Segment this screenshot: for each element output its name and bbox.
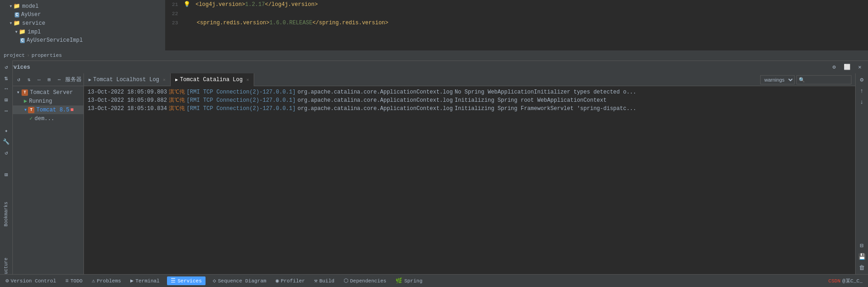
right-icon-settings[interactable]: ⚙ [857,75,867,84]
log-search-input[interactable] [796,75,851,84]
tree-item-service[interactable]: ▾ 📁 service [4,19,161,28]
log-time-1: 13-Oct-2022 18:05:09.803 [88,88,167,96]
package-icon-service: 📁 [13,20,20,27]
tomcat-server-icon: T [22,89,28,96]
sidebar-expand-icon[interactable]: ↔ [35,76,43,84]
settings-icon-btn[interactable]: ⚙ [829,63,839,72]
sidebar-more-icon[interactable]: ⋯ [55,76,63,84]
status-terminal[interactable]: ▶ Terminal [128,276,161,285]
services-label: Services [178,278,202,284]
right-icon-scroll-bottom[interactable]: ↓ [857,97,867,106]
status-spring[interactable]: 🌿 Spring [394,276,424,285]
log-level-2: 淇℃伅 [169,96,185,105]
tab-close-localhost[interactable]: ✕ [163,77,166,83]
grid-icon[interactable]: ⊞ [2,171,11,180]
tab-close-catalina[interactable]: ✕ [246,77,249,83]
tab-icon-catalina: ▶ [175,77,178,83]
log-line-1: 13-Oct-2022 18:05:09.803 淇℃伅 [RMI TCP Co… [88,88,851,96]
line-num-21: 21 [165,0,184,9]
breadcrumb-project[interactable]: project [4,53,25,58]
server-label: 服务器 [65,76,82,83]
tree-item-model[interactable]: ▾ 📁 model [4,2,161,11]
status-services[interactable]: ☰ Services [167,276,206,285]
log-line-2: 13-Oct-2022 18:05:09.882 淇℃伅 [RMI TCP Co… [88,96,851,105]
wrench-icon[interactable]: 🔧 [2,138,11,147]
spring-icon: 🌿 [395,277,402,284]
sidebar-refresh-icon[interactable]: ↺ [15,76,23,84]
services-icon: ☰ [171,277,176,284]
terminal-icon: ▶ [130,277,134,284]
log-thread-1: [RMI TCP Connection(2)-127.0.0.1] [187,88,296,96]
layout-icon[interactable]: ⊞ [2,95,11,105]
arrow-icon-tomcat85: ▾ [24,106,27,113]
tree-item-impl[interactable]: ▾ 📁 impl [4,28,161,36]
expand-icon-btn[interactable]: ⬜ [842,63,851,72]
dependencies-label: Dependencies [350,278,386,284]
right-icon-scroll-top[interactable]: ↑ [857,86,867,95]
tomcat85-icon: T [28,107,34,113]
right-icon-wrap[interactable]: ⊟ [857,241,867,250]
tab-catalina-log[interactable]: ▶ Tomcat Catalina Log ✕ [171,73,254,86]
tree-label-service: service [22,20,45,27]
refresh-action-icon[interactable]: ↺ [2,62,11,72]
server-item-tomcat-server[interactable]: ▾ T Tomcat Server [13,88,83,97]
close-icon-btn[interactable]: ✕ [855,63,864,72]
profiler-icon: ◉ [276,277,279,284]
debug-icon[interactable]: ↺ [2,149,11,158]
tab-label-localhost: Tomcat Localhost Log [93,77,159,83]
services-main: ↺ ⇅ ↔ ⊞ ⋯ 服务器 ▾ T Tomcat Server ▶ Runnin… [13,73,868,274]
build-icon: ⚒ [314,277,317,284]
log-tabs: ▶ Tomcat Localhost Log ✕ ▶ Tomcat Catali… [84,73,855,86]
more-icon[interactable]: ⋯ [2,106,11,116]
bookmarks-label[interactable]: Bookmarks [4,202,9,226]
line-num-22: 22 [165,9,184,18]
build-label: Build [319,278,334,284]
services-sidebar: ↺ ⇅ ↔ ⊞ ⋯ 服务器 ▾ T Tomcat Server ▶ Runnin… [13,73,84,274]
log-time-3: 13-Oct-2022 18:05:10.834 [88,105,167,113]
plus-icon[interactable]: ✦ [2,127,11,136]
server-item-deploy[interactable]: ✓ dem... [13,114,83,123]
status-build[interactable]: ⚒ Build [312,276,336,285]
code-line-23: 23 <spring.redis.version>1.6.0.RELEASE</… [165,18,868,28]
expand-icon[interactable]: ↔ [2,84,11,94]
status-sequence-diagram[interactable]: ◇ Sequence Diagram [211,276,268,285]
log-time-2: 13-Oct-2022 18:05:09.882 [88,96,167,105]
status-problems[interactable]: ⚠ Problems [90,276,123,285]
services-header: Services ⚙ ⬜ ✕ [0,61,868,73]
right-icon-save[interactable]: 💾 [857,252,867,261]
tree-item-ayuser[interactable]: C AyUser [4,11,161,19]
status-todo[interactable]: ≡ TODO [63,277,84,285]
breadcrumb: project › properties [0,50,868,61]
log-class-2: org.apache.catalina.core.ApplicationCont… [297,96,452,105]
status-dependencies[interactable]: ⬡ Dependencies [342,276,388,285]
log-thread-3: [RMI TCP Connection(2)-127.0.0.1] [187,105,296,113]
log-msg-1: No Spring WebApplicationInitializer type… [455,88,636,96]
breadcrumb-properties[interactable]: properties [32,53,62,58]
class-icon-impl: C [20,38,25,43]
package-icon: 📁 [13,3,20,10]
line-content-21: 💡 <log4j.version>1.2.17</log4j.version> [184,0,318,9]
code-area: 21 💡 <log4j.version>1.2.17</log4j.versio… [165,0,868,50]
sidebar-layout-icon[interactable]: ⊞ [45,76,53,84]
right-icon-clear[interactable]: 🗑 [857,263,867,272]
server-item-tomcat85[interactable]: ▾ T Tomcat 8.5 ■ [13,105,83,114]
terminal-label: Terminal [135,278,160,284]
package-icon-impl: 📁 [19,28,26,35]
status-profiler[interactable]: ◉ Profiler [274,276,307,285]
top-area: ▾ 📁 model C AyUser ▾ 📁 service ▾ 📁 impl … [0,0,868,50]
problems-icon: ⚠ [92,277,95,284]
server-item-running[interactable]: ▶ Running [13,97,83,105]
tab-localhost-log[interactable]: ▶ Tomcat Localhost Log ✕ [84,73,171,86]
log-right-toolbar: ⚙ ↑ ↓ ⊟ 💾 🗑 [855,73,868,274]
csdn-logo: CSDN [829,278,840,284]
tree-label-model: model [22,3,39,10]
filter-select[interactable]: warnings info debug errors [760,75,795,84]
code-lines: 21 💡 <log4j.version>1.2.17</log4j.versio… [165,0,868,28]
code-line-21: 21 💡 <log4j.version>1.2.17</log4j.versio… [165,0,868,9]
status-version-control[interactable]: ⚙ Version Control [4,276,58,285]
log-content[interactable]: 13-Oct-2022 18:05:09.803 淇℃伅 [RMI TCP Co… [84,86,855,274]
tree-item-ayuserserviceimpl[interactable]: C AyUserServiceImpl [4,36,161,44]
stop-indicator: ■ [70,107,73,113]
sidebar-collapse-icon[interactable]: ⇅ [25,76,33,84]
collapse-all-icon[interactable]: ⇅ [2,73,11,83]
